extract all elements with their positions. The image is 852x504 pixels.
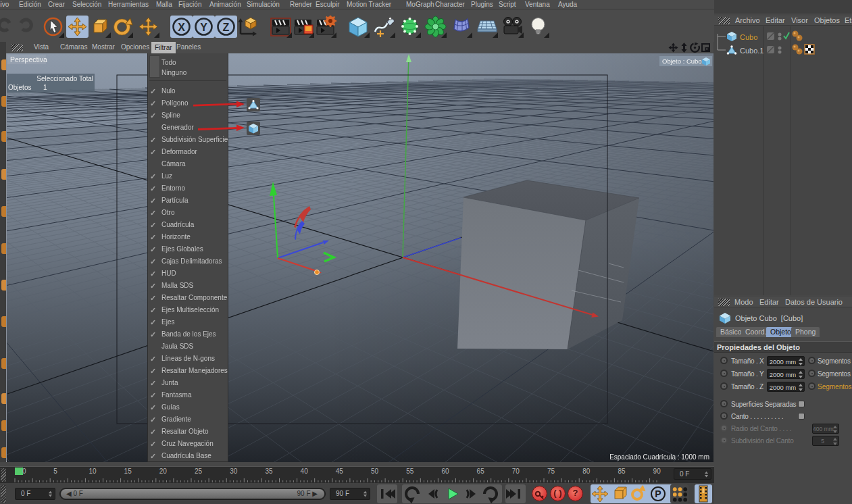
svg-text:Y: Y (200, 22, 207, 33)
svg-text:Perspectiva: Perspectiva (10, 55, 47, 64)
svg-text:Seleccionado Total: Seleccionado Total (36, 75, 93, 82)
svg-text:Espaciado Cuadrícula : 1000 mm: Espaciado Cuadrícula : 1000 mm (609, 453, 709, 461)
svg-text:1: 1 (43, 84, 47, 91)
svg-text:Cubo.1: Cubo.1 (740, 47, 763, 55)
svg-text:Objeto : Cubo: Objeto : Cubo (662, 57, 702, 65)
svg-text:Objetos: Objetos (8, 84, 31, 91)
svg-text:Z: Z (223, 22, 230, 33)
svg-text:P: P (655, 488, 661, 499)
svg-text:Cubo: Cubo (740, 33, 757, 41)
svg-text:X: X (178, 22, 185, 33)
